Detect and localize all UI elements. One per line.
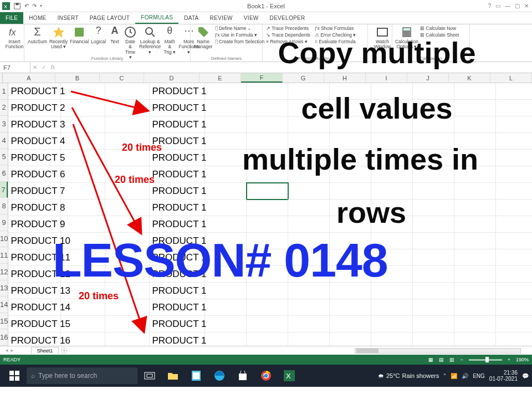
cell-F7[interactable] <box>247 183 288 200</box>
excel-taskbar-button[interactable]: X <box>278 367 300 385</box>
cell-E8[interactable] <box>205 200 247 216</box>
tab-review[interactable]: REVIEW <box>204 12 238 24</box>
zoom-in-button[interactable]: + <box>508 357 510 362</box>
cell-C16[interactable] <box>105 332 150 346</box>
logical-button[interactable]: ?Logical <box>91 25 106 60</box>
define-name-button[interactable]: ⌷ Define Name ▾ <box>215 25 265 31</box>
cell-A16[interactable]: PRODUCT 16 <box>8 332 61 346</box>
horizontal-scrollbar[interactable] <box>355 348 521 354</box>
cell-E16[interactable] <box>205 332 247 346</box>
cell-F16[interactable] <box>247 332 288 346</box>
cell-A2[interactable]: PRODUCT 2 <box>8 100 61 116</box>
show-formulas-button[interactable]: ƒx Show Formulas <box>315 25 356 31</box>
cell-E14[interactable] <box>205 299 247 316</box>
save-icon[interactable] <box>13 2 21 10</box>
weather-widget[interactable]: 🌧 25°C Rain showers <box>378 372 439 379</box>
cell-C3[interactable] <box>105 116 150 133</box>
financial-button[interactable]: Financial <box>70 25 89 60</box>
row-header-9[interactable]: 9 <box>0 214 8 231</box>
tab-home[interactable]: HOME <box>23 12 52 24</box>
cell-A4[interactable]: PRODUCT 4 <box>8 133 61 150</box>
cell-K16[interactable] <box>454 332 496 346</box>
cell-G14[interactable] <box>288 299 330 316</box>
sheet-nav-prev[interactable]: ◄ <box>4 348 9 353</box>
column-header-F[interactable]: F <box>241 73 283 83</box>
cell-K11[interactable] <box>454 249 496 266</box>
enter-icon[interactable]: ✓ <box>42 64 46 70</box>
cell-A7[interactable]: PRODUCT 7 <box>8 183 61 200</box>
cell-D3[interactable]: PRODUCT 1 <box>150 116 205 133</box>
cell-F8[interactable] <box>247 200 288 216</box>
cell-G15[interactable] <box>288 316 330 332</box>
column-header-L[interactable]: L <box>490 73 532 83</box>
cell-F9[interactable] <box>247 216 288 233</box>
ribbon-help-icon[interactable]: ? <box>488 3 491 9</box>
tray-notifications-icon[interactable]: 💬 <box>522 373 529 379</box>
cell-D2[interactable]: PRODUCT 1 <box>150 100 205 116</box>
add-sheet-button[interactable]: + <box>61 347 67 354</box>
cell-B8[interactable] <box>61 200 105 216</box>
cell-D1[interactable]: PRODUCT 1 <box>150 83 205 100</box>
cell-A14[interactable]: PRODUCT 14 <box>8 299 61 316</box>
cell-K8[interactable] <box>454 200 496 216</box>
cell-E2[interactable] <box>205 100 247 116</box>
cell-I15[interactable] <box>371 316 413 332</box>
column-header-I[interactable]: I <box>366 73 407 83</box>
lookup-button[interactable]: Lookup & Reference ▾ <box>139 25 161 60</box>
row-header-15[interactable]: 15 <box>0 313 8 330</box>
calculate-now-button[interactable]: ⊞ Calculate Now <box>420 25 459 31</box>
cell-F14[interactable] <box>247 299 288 316</box>
cell-D15[interactable]: PRODUCT 1 <box>150 316 205 332</box>
cell-B9[interactable] <box>61 216 105 233</box>
row-header-10[interactable]: 10 <box>0 231 8 248</box>
row-header-8[interactable]: 8 <box>0 198 8 214</box>
column-header-H[interactable]: H <box>324 73 366 83</box>
cell-H16[interactable] <box>330 332 371 346</box>
tab-insert[interactable]: INSERT <box>52 12 84 24</box>
cell-E3[interactable] <box>205 116 247 133</box>
cell-F15[interactable] <box>247 316 288 332</box>
cell-D9[interactable]: PRODUCT 1 <box>150 216 205 233</box>
cell-L10[interactable] <box>496 233 532 249</box>
view-normal-icon[interactable]: ▦ <box>428 357 433 362</box>
edge-button[interactable] <box>208 367 231 385</box>
cell-L9[interactable] <box>496 216 532 233</box>
sheet-tab[interactable]: Sheet1 <box>31 347 59 354</box>
column-header-G[interactable]: G <box>283 73 324 83</box>
cell-H14[interactable] <box>330 299 371 316</box>
cell-E7[interactable] <box>205 183 247 200</box>
row-header-1[interactable]: 1 <box>0 83 8 100</box>
cell-A15[interactable]: PRODUCT 15 <box>8 316 61 332</box>
cell-K10[interactable] <box>454 233 496 249</box>
cell-L16[interactable] <box>496 332 532 346</box>
cell-L14[interactable] <box>496 299 532 316</box>
sheet-nav-next[interactable]: ► <box>10 348 14 353</box>
row-header-5[interactable]: 5 <box>0 149 8 166</box>
cell-J14[interactable] <box>413 299 454 316</box>
cell-K12[interactable] <box>454 266 496 283</box>
cell-K7[interactable] <box>454 183 496 200</box>
column-header-J[interactable]: J <box>407 73 449 83</box>
zoom-level[interactable]: 190% <box>516 357 529 362</box>
cell-J15[interactable] <box>413 316 454 332</box>
cell-A8[interactable]: PRODUCT 8 <box>8 200 61 216</box>
cell-C15[interactable] <box>105 316 150 332</box>
row-header-7[interactable]: 7 <box>0 182 8 198</box>
close-icon[interactable]: ✕ <box>524 3 529 9</box>
cell-I16[interactable] <box>371 332 413 346</box>
zoom-slider[interactable] <box>469 359 502 361</box>
qat-dropdown-icon[interactable]: ▾ <box>40 3 42 8</box>
math-trig-button[interactable]: θMath & Trig ▾ <box>163 25 176 60</box>
cell-B15[interactable] <box>61 316 105 332</box>
zoom-out-button[interactable]: − <box>460 357 463 362</box>
cell-J10[interactable] <box>413 233 454 249</box>
row-header-6[interactable]: 6 <box>0 165 8 182</box>
trace-precedents-button[interactable]: ↗ Trace Precedents <box>266 25 310 31</box>
tray-chevron-icon[interactable]: ˄ <box>443 373 446 379</box>
autosum-button[interactable]: ΣAutoSum <box>28 25 47 60</box>
cell-J13[interactable] <box>413 283 454 299</box>
cell-J11[interactable] <box>413 249 454 266</box>
row-header-2[interactable]: 2 <box>0 100 8 116</box>
undo-icon[interactable]: ↶ <box>24 3 29 9</box>
taskbar-search[interactable]: ⌕ Type here to search <box>27 367 137 384</box>
